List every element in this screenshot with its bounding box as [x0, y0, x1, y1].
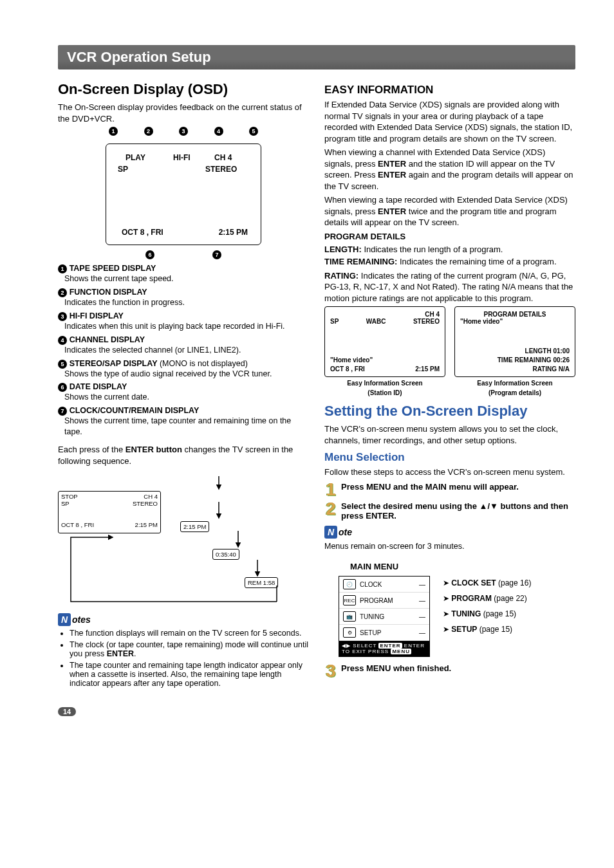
step-1: 1 Press MENU and the MAIN menu will appe… — [324, 482, 575, 497]
osd-definitions: 1 TAPE SPEED DISPLAY Shows the current t… — [58, 263, 309, 438]
step-1-number: 1 — [324, 482, 337, 497]
seq-stop: STOP — [61, 493, 78, 500]
def-dot-3: 3 — [58, 312, 67, 321]
setting-intro: The VCR's on-screen menu system allows y… — [324, 423, 575, 446]
xds-station-id-box: CH 4 SP WABC STEREO "Home video" OCT 8 ,… — [324, 306, 445, 377]
def-body-2: Indicates the function in progress. — [64, 297, 309, 308]
mt-setup: SETUP — [451, 625, 477, 634]
easy-info-heading: EASY INFORMATION — [324, 84, 575, 97]
dot-4: 4 — [214, 127, 223, 136]
osd-play: PLAY — [126, 153, 145, 162]
timerem-text: Indicates the remaining time of a progra… — [397, 257, 556, 266]
dot-1: 1 — [109, 127, 118, 136]
osd-sp: SP — [118, 165, 128, 174]
menu-footer: ◀▶ SELECT ENTER ENTER TO EXIT PRESS MENU — [339, 641, 429, 656]
main-menu-diagram: 🕘CLOCK— RECPROGRAM— 📺TUNING— ⚙SETUP— ◀▶ … — [339, 576, 575, 657]
notes-section: Notes The function displays will remain … — [58, 613, 309, 688]
menu-item-setup: SETUP — [360, 629, 381, 636]
page-number: 14 — [58, 707, 76, 716]
ep2enter2: ENTER — [378, 170, 406, 180]
menu-selection-heading: Menu Selection — [324, 451, 575, 464]
enter-bold: ENTER button — [126, 445, 182, 454]
menu-item-clock: CLOCK — [360, 581, 382, 588]
xds-screens: CH 4 SP WABC STEREO "Home video" OCT 8 ,… — [324, 306, 575, 396]
osd-display-diagram: PLAY HI-FI CH 4 SP STEREO OCT 8 , FRI 2:… — [106, 143, 261, 245]
xds-r-cap2: (Program details) — [454, 389, 575, 396]
def-dot-5: 5 — [58, 360, 67, 369]
seq-date: OCT 8 , FRI — [61, 521, 94, 528]
step-2-text: Select the desired menu using the ▲/▼ bu… — [341, 501, 575, 521]
osd-top-numbers: 1 2 3 4 5 — [106, 127, 261, 137]
setting-osd-heading: Setting the On-Screen Display — [324, 403, 575, 420]
main-menu-label: MAIN MENU — [350, 561, 575, 573]
mt-program-page: (page 22) — [492, 594, 527, 603]
def-body-4: Indicates the selected channel (or LINE1… — [64, 345, 309, 356]
mt-program: PROGRAM — [451, 594, 492, 603]
def-term-5-suffix: (MONO is not displayed) — [157, 359, 247, 368]
osd-heading: On-Screen Display (OSD) — [58, 81, 309, 98]
program-icon: REC — [343, 595, 356, 605]
def-dot-4: 4 — [58, 336, 67, 345]
def-term-7: CLOCK/COUNT/REMAIN DISPLAY — [70, 406, 200, 415]
ep3enter: ENTER — [378, 207, 406, 216]
xds-r-len: LENGTH 01:00 — [525, 347, 570, 355]
def-term-2: FUNCTION DISPLAY — [70, 288, 147, 297]
seq-t4: REM 1:58 — [245, 577, 278, 588]
step-1-text: Press MENU and the MAIN menu will appear… — [341, 482, 519, 492]
note-icon: N — [58, 613, 71, 626]
osd-hifi: HI-FI — [173, 153, 191, 162]
note-1: The function displays will remain on the… — [70, 629, 309, 638]
note-head-right: ote — [339, 527, 352, 537]
def-body-1: Shows the current tape speed. — [64, 273, 309, 284]
menu-item-tuning: TUNING — [360, 613, 384, 620]
xds-r-tr: TIME REMAINING 00:26 — [498, 356, 570, 364]
osd-time: 2:15 PM — [219, 228, 248, 237]
length-line: LENGTH: Indicates the run length of a pr… — [324, 244, 575, 255]
timerem-label: TIME REMAINING: — [324, 257, 397, 266]
xds-l-cap2: (Station ID) — [324, 389, 445, 396]
seq-stereo: STEREO — [133, 500, 158, 507]
xds-r-cap1: Easy Information Screen — [454, 380, 575, 387]
osd-bottom-numbers: 6 7 — [106, 249, 261, 259]
seq-t1: 2:15 PM — [135, 521, 158, 528]
enter-sequence-para: Each press of the ENTER button changes t… — [58, 444, 309, 466]
mt-setup-page: (page 15) — [477, 625, 512, 634]
length-label: LENGTH: — [324, 245, 362, 254]
mt-tuning-page: (page 15) — [481, 609, 516, 618]
step-3-text: Press MENU when finished. — [341, 663, 451, 673]
menu-item-program: PROGRAM — [360, 597, 393, 604]
note-3: The tape counter and remaining tape leng… — [70, 661, 309, 688]
osd-date: OCT 8 , FRI — [122, 228, 163, 237]
mf-select: SELECT — [353, 643, 377, 649]
mf-enter-pill: ENTER — [378, 643, 402, 649]
xds-l-date: OCT 8 , FRI — [330, 365, 365, 373]
title-bar: VCR Operation Setup — [58, 45, 575, 69]
ep2enter1: ENTER — [378, 159, 406, 169]
seq-ch: CH 4 — [144, 493, 158, 500]
def-term-4: CHANNEL DISPLAY — [70, 335, 145, 344]
note-icon-right: N — [324, 526, 337, 539]
xds-r-title: PROGRAM DETAILS — [460, 311, 570, 318]
note-2: The clock (or tape counter, tape remaini… — [70, 640, 309, 658]
main-menu-box: 🕘CLOCK— RECPROGRAM— 📺TUNING— ⚙SETUP— ◀▶ … — [339, 576, 430, 657]
osd-ch: CH 4 — [214, 153, 232, 162]
seq-sp: SP — [61, 500, 70, 507]
tuning-icon: 📺 — [343, 611, 356, 622]
length-text: Indicates the run length of a program. — [362, 245, 503, 254]
def-body-6: Shows the current date. — [64, 392, 309, 403]
menu-selection-intro: Follow these steps to access the VCR's o… — [324, 466, 575, 478]
xds-r-rat: RATING N/A — [532, 365, 570, 373]
xds-l-time: 2:15 PM — [415, 365, 440, 373]
dot-3: 3 — [179, 127, 188, 136]
rating-line: RATING: Indicates the rating of the curr… — [324, 270, 575, 304]
rating-text: Indicates the rating of the current prog… — [324, 271, 573, 303]
xds-l-hv: "Home video" — [330, 356, 373, 364]
xds-program-details-box: PROGRAM DETAILS "Home video" LENGTH 01:0… — [454, 306, 575, 377]
mf-exit: TO EXIT PRESS — [342, 649, 389, 654]
def-term-1: TAPE SPEED DISPLAY — [70, 264, 156, 273]
step-3-number: 3 — [324, 663, 337, 679]
setup-icon: ⚙ — [343, 627, 356, 638]
menu-targets: ➤ CLOCK SET (page 16) ➤ PROGRAM (page 22… — [443, 576, 531, 640]
easy-para-3: When viewing a tape recorded with Extend… — [324, 194, 575, 228]
xds-l-stereo: STEREO — [413, 318, 440, 325]
